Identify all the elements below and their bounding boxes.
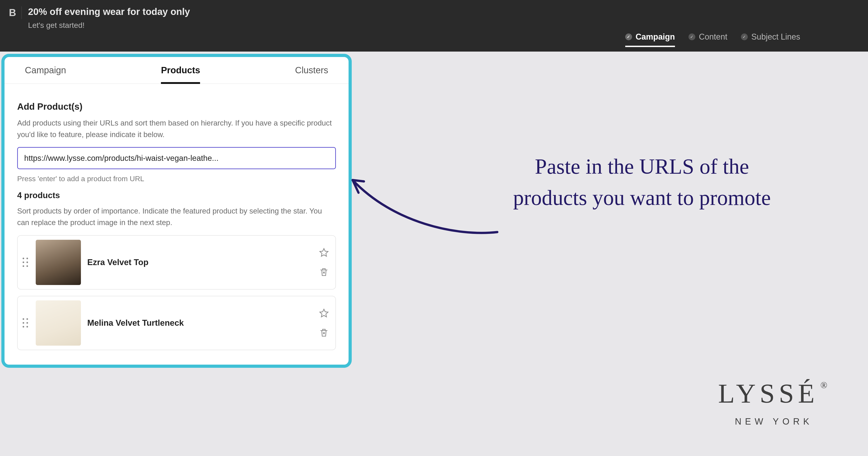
app-header: B 20% off evening wear for today only Le… <box>0 0 868 52</box>
product-count: 4 products <box>17 191 336 200</box>
app-logo: B <box>9 6 22 19</box>
products-panel: Campaign Products Clusters Add Product(s… <box>1 54 352 368</box>
annotation: Paste in the URLS of the products you wa… <box>348 153 800 312</box>
logo-letter: B <box>9 7 16 18</box>
drag-handle-icon[interactable] <box>21 318 29 327</box>
star-icon[interactable] <box>319 308 329 318</box>
add-products-help: Add products using their URLs and sort t… <box>17 117 336 140</box>
step-content[interactable]: ✓ Content <box>688 32 727 47</box>
step-label: Content <box>699 32 727 41</box>
annotation-text: Paste in the URLS of the products you wa… <box>497 151 786 213</box>
registered-mark: ® <box>820 380 831 390</box>
campaign-title: 20% off evening wear for today only <box>28 6 190 17</box>
brand-subtitle: NEW YORK <box>718 417 830 427</box>
title-block: 20% off evening wear for today only Let'… <box>28 5 190 30</box>
header-left: B 20% off evening wear for today only Le… <box>9 5 190 30</box>
product-thumbnail <box>36 240 81 285</box>
drag-handle-icon[interactable] <box>21 258 29 267</box>
product-name: Melina Velvet Turtleneck <box>87 318 312 328</box>
step-label: Subject Lines <box>751 32 800 41</box>
tab-clusters[interactable]: Clusters <box>295 65 328 83</box>
sort-help: Sort products by order of importance. In… <box>17 205 336 228</box>
brand-name: LYSSÉ® <box>718 378 830 409</box>
arrow-icon <box>339 171 506 244</box>
product-card[interactable]: Melina Velvet Turtleneck <box>17 296 336 350</box>
check-icon: ✓ <box>688 33 695 40</box>
step-label: Campaign <box>636 32 675 41</box>
trash-icon[interactable] <box>319 267 329 277</box>
panel-tabs: Campaign Products Clusters <box>4 57 348 84</box>
product-card[interactable]: Ezra Velvet Top <box>17 235 336 289</box>
check-icon: ✓ <box>741 33 748 40</box>
card-actions <box>319 308 329 338</box>
step-campaign[interactable]: ✓ Campaign <box>625 32 675 47</box>
trash-icon[interactable] <box>319 327 329 338</box>
add-products-title: Add Product(s) <box>17 102 336 112</box>
check-icon: ✓ <box>625 33 632 40</box>
tab-campaign[interactable]: Campaign <box>25 65 66 83</box>
product-name: Ezra Velvet Top <box>87 258 312 267</box>
star-icon[interactable] <box>319 248 329 258</box>
main-area: Campaign Products Clusters Add Product(s… <box>0 52 868 456</box>
brand-logo: LYSSÉ® NEW YORK <box>718 378 830 427</box>
step-subject-lines[interactable]: ✓ Subject Lines <box>741 32 800 47</box>
product-url-input[interactable] <box>17 147 336 169</box>
tab-products[interactable]: Products <box>161 65 200 84</box>
campaign-subtitle: Let's get started! <box>28 21 190 30</box>
panel-body: Add Product(s) Add products using their … <box>4 84 348 365</box>
wizard-steps: ✓ Campaign ✓ Content ✓ Subject Lines <box>625 32 800 52</box>
product-thumbnail <box>36 301 81 346</box>
url-hint: Press 'enter' to add a product from URL <box>17 175 336 183</box>
card-actions <box>319 248 329 277</box>
